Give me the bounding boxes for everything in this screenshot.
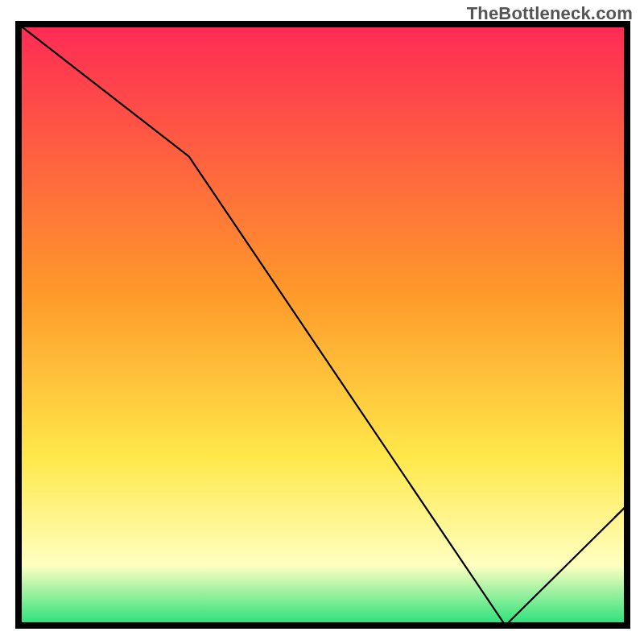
- chart-svg: [0, 0, 644, 644]
- chart-frame: TheBottleneck.com: [0, 0, 644, 644]
- gradient-background: [19, 24, 627, 625]
